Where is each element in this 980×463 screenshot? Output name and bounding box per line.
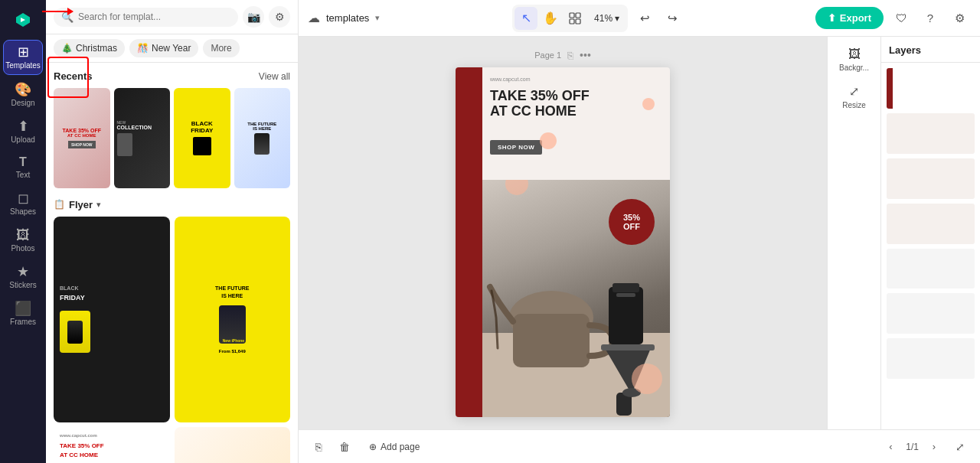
flyer-dropdown-icon[interactable]: ▾ [96,200,101,210]
layer-item-3[interactable] [886,158,975,200]
cat-tab-new-year[interactable]: 🎊 New Year [129,39,198,57]
camera-search-button[interactable]: 📷 [243,6,264,28]
flyer-title: Flyer [69,199,93,210]
bottom-right: ‹ 1/1 › ⤢ [881,436,971,458]
add-page-icon: ⊕ [369,442,377,452]
sidebar-item-shapes[interactable]: ◻ Shapes [3,187,43,220]
flyer-icon: 📋 [54,199,65,210]
cc-shop-button[interactable]: SHOP NOW [490,140,542,155]
sidebar-item-upload[interactable]: ⬆ Upload [3,115,43,148]
top-bar-left: ☁ templates ▾ [308,11,380,25]
canvas-content: www.capcut.com TAKE 35% OFF AT CC HOME S… [456,67,670,417]
template-card-3[interactable]: www.capcut.com TAKE 35% OFF AT CC HOME S… [54,427,170,463]
cc-discount-badge: 35% OFF [609,199,655,245]
sidebar-item-templates[interactable]: ⊞ Templates [3,40,43,75]
layer-item-1[interactable]: TAKE 35% OFF AT CC HOME [886,67,975,109]
svg-rect-12 [612,283,639,292]
recent-thumb-2[interactable]: NEW COLLECTION [114,88,171,188]
layer-item-5[interactable]: www.capcut.com [886,248,975,290]
next-page-button[interactable]: › [925,438,943,456]
design-label: Design [11,99,34,107]
fullscreen-button[interactable]: ⤢ [949,436,971,458]
sidebar-item-design[interactable]: 🎨 Design [3,78,43,112]
export-upload-icon: ⬆ [828,12,836,24]
side-panel: 🔍 📷 ⚙ 🎄 Christmas 🎊 New Year More Recent… [46,0,299,463]
layers-panel: Layers TAKE 35% OFF AT CC HOME [880,37,980,429]
frames-label: Frames [10,318,36,326]
export-button[interactable]: ⬆ Export [815,7,884,29]
canvas-frame[interactable]: www.capcut.com TAKE 35% OFF AT CC HOME S… [456,67,670,417]
search-input-wrap[interactable]: 🔍 [54,8,238,27]
recent-thumb-1[interactable]: TAKE 35% OFF AT CC HOME SHOP NOW [54,88,110,188]
layers-list: TAKE 35% OFF AT CC HOME [881,63,980,429]
search-input[interactable] [78,11,230,22]
select-tool-button[interactable]: ↖ [514,7,537,30]
project-dropdown-icon[interactable]: ▾ [375,13,380,23]
frames-icon: ⬛ [15,302,31,315]
cc-url-text: www.capcut.com [490,77,531,82]
svg-rect-13 [616,293,635,297]
upload-icon: ⬆ [18,119,29,133]
cat-tab-more[interactable]: More [203,39,239,57]
recent-thumb-4[interactable]: THE FUTURE IS HERE [234,88,291,188]
template-card-2[interactable]: THE FUTURE IS HERE New iPhone 14 Pro Fro… [175,217,291,422]
template-card-3-content: www.capcut.com TAKE 35% OFF AT CC HOME S… [54,427,170,463]
photos-label: Photos [11,244,34,253]
filter-button[interactable]: ⚙ [269,6,290,28]
help-button[interactable]: ? [919,7,942,30]
view-all-button[interactable]: View all [259,71,290,82]
zoom-value: 41% [594,13,612,24]
layer-item-6[interactable]: SHOP NOW [886,292,975,334]
shapes-label: Shapes [10,207,36,216]
grid-tool-button[interactable] [564,7,586,30]
page-more-icon[interactable]: ••• [580,49,591,61]
template-card-4[interactable]: 💊 MEDICAL HEALTHCARE [175,427,291,463]
sidebar-item-text[interactable]: T Text [3,152,43,184]
resize-panel-item[interactable]: ⤢ Resize [831,80,877,114]
cc-badge-pct: 35% [623,213,640,222]
add-page-button[interactable]: ⊕ Add page [360,438,429,456]
search-bar: 🔍 📷 ⚙ [46,0,298,34]
background-panel-item[interactable]: 🖼 Backgr... [831,43,877,77]
cc-shop-label: SHOP NOW [498,144,534,151]
red-arrow-annotation [42,11,73,12]
undo-button[interactable]: ↩ [634,8,655,29]
layer-item-8[interactable]: 35% OFF [886,383,975,425]
svg-rect-1 [576,13,580,18]
resize-icon: ⤢ [849,84,859,99]
bottom-page-icon-button[interactable]: ⎘ [308,436,329,458]
background-label: Backgr... [839,64,869,72]
stickers-label: Stickers [9,281,37,289]
prev-page-button[interactable]: ‹ [881,438,900,456]
sidebar-item-frames[interactable]: ⬛ Frames [3,297,43,331]
settings-button[interactable]: ⚙ [948,7,971,30]
add-page-label: Add page [381,442,420,452]
layer-item-7[interactable]: 35%OFF [886,337,975,380]
recent-thumb-3[interactable]: BLACK FRIDAY [174,88,230,188]
upload-label: Upload [11,135,35,144]
cloud-icon: ☁ [308,11,320,25]
flyer-section-header: 📋 Flyer ▾ [54,199,290,210]
page-copy-icon[interactable]: ⎘ [567,50,573,61]
hand-tool-button[interactable]: ✋ [539,7,562,30]
svg-rect-10 [601,344,655,351]
layer-item-2[interactable] [886,112,975,155]
layer-item-4[interactable] [886,203,975,245]
bottom-trash-button[interactable]: 🗑 [334,436,355,458]
cat-tab-christmas[interactable]: 🎄 Christmas [54,39,125,57]
canvas-area[interactable]: Page 1 ⎘ ••• www.capcut.com TAKE 35% OFF… [299,37,827,429]
svg-rect-3 [576,19,580,24]
svg-rect-6 [513,314,590,367]
shield-button[interactable]: 🛡 [890,7,913,30]
sidebar-item-stickers[interactable]: ★ Stickers [3,260,43,294]
zoom-value-dropdown[interactable]: 41% ▾ [588,13,626,24]
app-logo[interactable] [9,6,37,34]
right-panel: 🖼 Backgr... ⤢ Resize [827,37,880,429]
thumb-3-content: BLACK FRIDAY [174,88,230,188]
stickers-icon: ★ [17,265,29,279]
redo-button[interactable]: ↪ [662,8,683,29]
template-card-1[interactable]: BLACK FRIDAY [54,217,170,422]
sidebar-item-photos[interactable]: 🖼 Photos [3,223,43,257]
more-label: More [211,43,231,54]
bottom-bar: ⎘ 🗑 ⊕ Add page ‹ 1/1 › ⤢ [299,429,980,463]
